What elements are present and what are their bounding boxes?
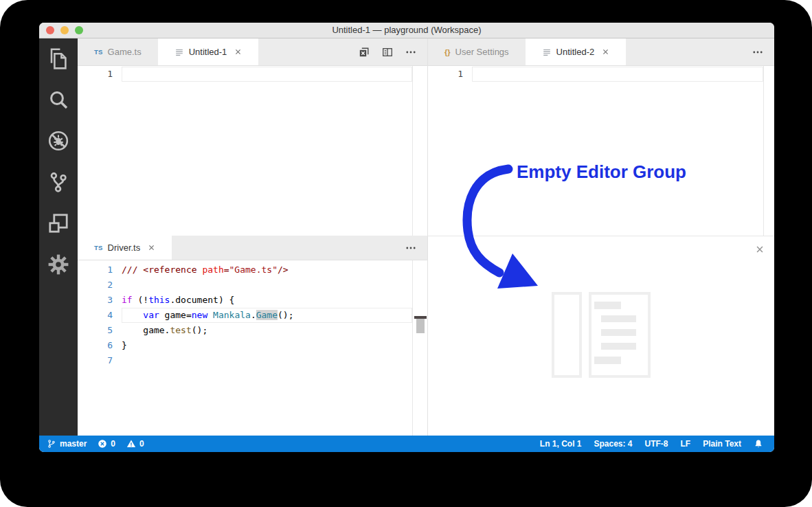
code-line-5: 5 game.test(); [78, 323, 427, 338]
line-number: 3 [78, 293, 122, 308]
close-editor-group-icon[interactable] [755, 245, 765, 254]
split-editor-icon[interactable] [382, 47, 393, 58]
tab-untitled-2[interactable]: Untitled-2 [526, 38, 627, 65]
tab-user-settings[interactable]: {}User Settings [428, 38, 526, 65]
code-line-1: 1/// <reference path="Game.ts"/> [78, 262, 427, 278]
zoom-window-button[interactable] [75, 26, 83, 34]
status-item-ln-1-col-1[interactable]: Ln 1, Col 1 [540, 439, 582, 449]
vscode-window: Untitled-1 — playground (Workspace) TSGa… [39, 23, 774, 452]
code-line-6: 6} [78, 338, 427, 353]
status-item-utf-8[interactable]: UTF-8 [645, 439, 668, 449]
status-item-plain-text[interactable]: Plain Text [703, 439, 741, 449]
line-number: 1 [428, 67, 472, 82]
screenshot-background: Untitled-1 — playground (Workspace) TSGa… [0, 0, 812, 507]
source-control-icon [47, 171, 69, 193]
bell-icon [754, 439, 763, 449]
settings-json-icon: {} [444, 48, 451, 56]
activity-bar-item-debug-disabled[interactable] [47, 130, 69, 152]
explorer-icon [47, 47, 69, 69]
status-item-master[interactable]: master [47, 439, 87, 449]
editor-scrollbar-border [763, 66, 764, 236]
status-item-0[interactable]: 0 [98, 439, 115, 449]
code-line-3: 3if (!this.document) { [78, 293, 427, 308]
activity-bar-item-explorer[interactable] [47, 47, 69, 69]
git-branch-icon [47, 439, 56, 449]
typescript-file-icon: TS [94, 48, 103, 56]
vertical-scrollbar-thumb[interactable] [416, 319, 425, 333]
status-item-bell[interactable] [754, 439, 763, 449]
status-item-0[interactable]: 0 [126, 439, 144, 449]
settings-gear-icon [47, 254, 69, 275]
more-actions-icon[interactable] [405, 47, 416, 58]
tab-label: Game.ts [108, 47, 142, 57]
editor-content-driver-ts[interactable]: 1/// <reference path="Game.ts"/>23if (!t… [78, 260, 427, 436]
tab-label: User Settings [455, 47, 509, 57]
status-item-spaces-4[interactable]: Spaces: 4 [594, 439, 632, 449]
current-line-highlight [472, 67, 763, 82]
close-tab-icon[interactable] [234, 48, 242, 56]
untitled-file-icon [174, 47, 184, 57]
current-line-highlight [122, 67, 412, 82]
close-all-editors-icon[interactable] [359, 47, 370, 58]
tab-label: Driver.ts [108, 243, 141, 253]
activity-bar-item-search[interactable] [47, 89, 69, 111]
tab-label: Untitled-1 [189, 47, 227, 57]
minimize-window-button[interactable] [60, 26, 69, 34]
editor-content-untitled-1[interactable]: 1 [78, 66, 427, 236]
watermark-sidebar-pane [552, 292, 582, 378]
window-title: Untitled-1 — playground (Workspace) [39, 23, 774, 38]
activity-bar-item-source-control[interactable] [47, 171, 69, 193]
titlebar: Untitled-1 — playground (Workspace) [39, 23, 774, 38]
line-number: 5 [78, 323, 122, 338]
activity-bar [39, 38, 78, 436]
line-number: 6 [78, 338, 122, 353]
tab-driver-ts[interactable]: TSDriver.ts [78, 236, 172, 260]
editor-scrollbar-border [412, 66, 413, 236]
line-number: 1 [78, 262, 122, 278]
line-number: 4 [78, 308, 122, 323]
line-number: 2 [78, 278, 122, 293]
status-item-lf[interactable]: LF [681, 439, 691, 449]
close-tab-icon[interactable] [602, 48, 609, 56]
tab-label: Untitled-2 [556, 47, 595, 57]
editor-scrollbar-border [412, 260, 413, 436]
close-window-button[interactable] [46, 26, 54, 34]
tab-untitled-1[interactable]: Untitled-1 [158, 38, 259, 65]
line-number: 1 [78, 67, 122, 82]
tab-bar-bottom-left: TSDriver.ts [78, 236, 427, 260]
code-line-7: 7 [78, 353, 427, 368]
traffic-lights [46, 26, 83, 34]
extensions-icon [47, 212, 69, 234]
warning-triangle-icon [126, 439, 136, 449]
debug-disabled-icon [47, 130, 69, 152]
tab-bar-top-left: TSGame.tsUntitled-1 [78, 38, 427, 66]
more-actions-icon[interactable] [752, 47, 763, 58]
editor-group-bottom-left: TSDriver.ts 1/// <reference path="Game.t… [78, 236, 427, 436]
editor-group-top-right: {}User SettingsUntitled-2 1 [427, 38, 774, 236]
more-actions-icon[interactable] [405, 243, 416, 254]
editor-content-untitled-2[interactable]: 1 [428, 66, 774, 236]
tab-game-ts[interactable]: TSGame.ts [78, 38, 158, 65]
code-line: 1 [428, 67, 774, 82]
line-number: 7 [78, 353, 122, 368]
editor-area: TSGame.tsUntitled-1 1 TSDriver.ts [78, 38, 774, 436]
untitled-file-icon [542, 47, 552, 57]
search-icon [47, 89, 69, 111]
activity-bar-item-settings-gear[interactable] [47, 254, 69, 275]
editor-group-bottom-right-empty[interactable] [427, 236, 774, 436]
code-line: 1 [78, 67, 427, 82]
tab-bar-top-right: {}User SettingsUntitled-2 [428, 38, 774, 66]
code-line-2: 2 [78, 278, 427, 293]
activity-bar-item-extensions[interactable] [47, 212, 69, 234]
close-tab-icon[interactable] [148, 244, 155, 251]
editor-group-top-left: TSGame.tsUntitled-1 1 [78, 38, 427, 236]
status-bar: master00 Ln 1, Col 1Spaces: 4UTF-8LFPlai… [39, 436, 774, 452]
error-circle-icon [98, 439, 107, 449]
typescript-file-icon: TS [94, 244, 103, 251]
code-line-4: 4 var game=new Mankala.Game(); [78, 308, 427, 323]
